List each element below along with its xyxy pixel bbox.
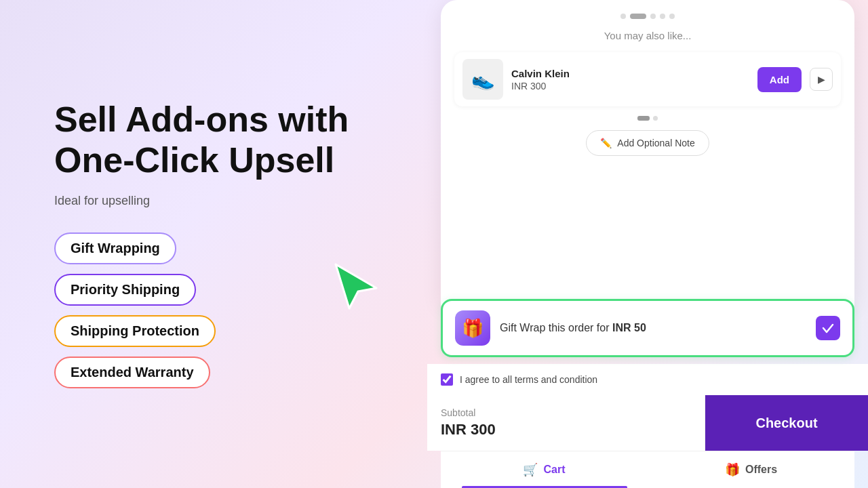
pencil-icon: ✏️	[600, 138, 612, 148]
dot-4	[660, 14, 665, 19]
gift-wrap-card[interactable]: 🎁 Gift Wrap this order for INR 50	[441, 299, 854, 357]
subtotal-box: Subtotal INR 300	[427, 395, 705, 451]
offers-label: Offers	[745, 464, 777, 476]
checkout-button[interactable]: Checkout	[705, 395, 868, 451]
left-panel: Sell Add-ons with One-Click Upsell Ideal…	[0, 0, 427, 488]
nav-cart[interactable]: 🛒 Cart	[441, 451, 648, 488]
tag-priority-shipping[interactable]: Priority Shipping	[54, 274, 196, 306]
product-price: INR 300	[511, 81, 749, 92]
offers-icon: 🎁	[725, 462, 740, 477]
subtitle: Ideal for upselling	[54, 194, 373, 208]
tag-label: Shipping Protection	[71, 323, 199, 339]
next-product-button[interactable]: ▶	[810, 68, 833, 91]
add-note-button[interactable]: ✏️ Add Optional Note	[586, 130, 709, 156]
cursor-arrow	[332, 258, 380, 312]
nav-offers[interactable]: 🎁 Offers	[648, 451, 854, 488]
tag-label: Extended Warranty	[71, 365, 194, 380]
add-note-label: Add Optional Note	[617, 138, 694, 148]
cart-icon: 🛒	[523, 462, 538, 477]
terms-checkbox[interactable]	[441, 373, 453, 386]
dot-2	[630, 14, 646, 19]
product-info: Calvin Klein INR 300	[511, 68, 749, 92]
subtotal-label: Subtotal	[441, 407, 691, 418]
product-image: 👟	[462, 59, 503, 100]
tag-extended-warranty[interactable]: Extended Warranty	[54, 357, 210, 388]
add-product-button[interactable]: Add	[757, 67, 802, 92]
small-pagination-dots	[454, 116, 841, 121]
right-panel: You may also like... 👟 Calvin Klein INR …	[427, 0, 868, 488]
subtotal-amount: INR 300	[441, 421, 691, 439]
gift-icon: 🎁	[455, 310, 490, 346]
terms-text: I agree to all terms and condition	[460, 374, 597, 385]
gift-wrap-text: Gift Wrap this order for INR 50	[500, 322, 806, 334]
may-also-like-text: You may also like...	[454, 30, 841, 41]
tags-list: Gift Wrapping Priority Shipping Shipping…	[54, 232, 373, 388]
dot-3	[650, 14, 656, 19]
tag-label: Priority Shipping	[71, 282, 180, 298]
small-dot-1	[637, 116, 650, 121]
product-name: Calvin Klein	[511, 68, 749, 79]
product-row: 👟 Calvin Klein INR 300 Add ▶	[454, 52, 841, 106]
gift-wrap-prefix: Gift Wrap this order for	[500, 322, 610, 333]
tag-gift-wrapping[interactable]: Gift Wrapping	[54, 232, 176, 264]
cart-label: Cart	[543, 464, 565, 476]
small-dot-2	[653, 116, 658, 121]
svg-marker-0	[336, 264, 376, 308]
dot-1	[620, 14, 626, 19]
bottom-nav: 🛒 Cart 🎁 Offers	[441, 451, 854, 488]
main-card: You may also like... 👟 Calvin Klein INR …	[441, 0, 854, 306]
terms-row: I agree to all terms and condition	[427, 364, 868, 395]
pagination-dots	[454, 14, 841, 19]
gift-wrap-price: INR 50	[612, 322, 646, 333]
dot-5	[669, 14, 675, 19]
tag-shipping-protection[interactable]: Shipping Protection	[54, 315, 216, 347]
subtotal-checkout-row: Subtotal INR 300 Checkout	[427, 395, 868, 451]
main-headline: Sell Add-ons with One-Click Upsell	[54, 100, 373, 181]
tag-label: Gift Wrapping	[71, 241, 160, 256]
gift-wrap-checkbox[interactable]	[816, 316, 840, 340]
